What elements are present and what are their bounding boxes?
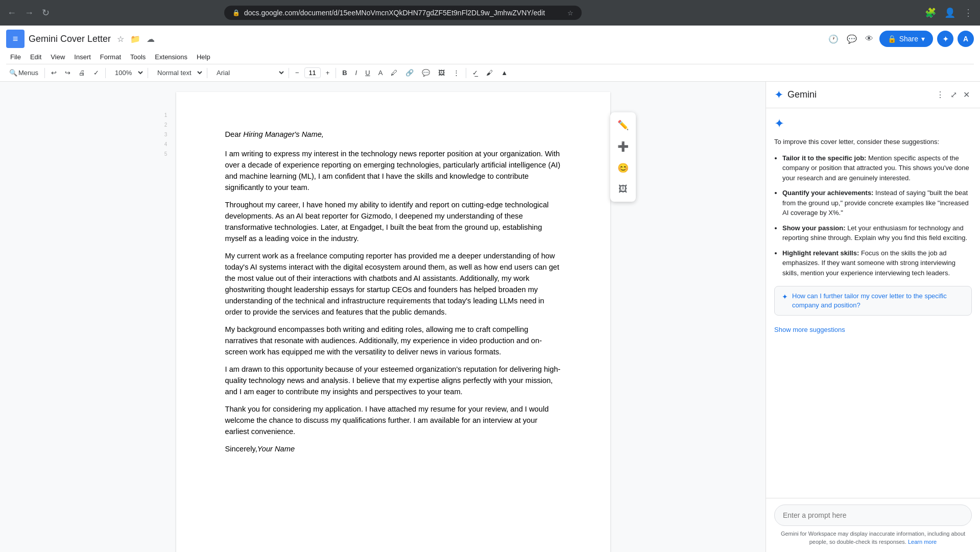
docs-title-icons: ☆ 📁 ☁ bbox=[115, 32, 157, 46]
floating-toolbar: ✏️ ➕ 😊 🖼 bbox=[610, 112, 636, 202]
docs-canvas-area: 1 2 3 4 5 6 7 1 2 3 4 5 bbox=[0, 82, 766, 552]
docs-header: ≡ Gemini Cover Letter ☆ 📁 ☁ 🕐 💬 👁 🔒 Shar… bbox=[0, 26, 980, 82]
docs-icon-text: ≡ bbox=[13, 34, 18, 44]
zoom-select[interactable]: 100% 75% 125% 150% bbox=[109, 66, 145, 79]
chip-star-icon: ✦ bbox=[782, 292, 788, 302]
view-mode-button[interactable]: 👁 bbox=[863, 32, 875, 45]
undo-button[interactable]: ↩ bbox=[48, 67, 60, 79]
chip-text: How can I further tailor my cover letter… bbox=[792, 292, 964, 310]
bold-button[interactable]: B bbox=[339, 67, 350, 79]
gemini-logo-icon: ✦ bbox=[774, 88, 783, 102]
spelling-button[interactable]: ✓ bbox=[90, 67, 102, 79]
float-add-button[interactable]: ➕ bbox=[614, 138, 632, 155]
folder-button[interactable]: 📁 bbox=[128, 32, 142, 46]
share-label: Share bbox=[899, 35, 918, 43]
docs-icon: ≡ bbox=[6, 30, 25, 48]
back-button[interactable]: ← bbox=[5, 6, 18, 20]
underline-button[interactable]: U bbox=[362, 67, 373, 79]
gemini-more-button[interactable]: ⋮ bbox=[934, 88, 946, 102]
gemini-title: Gemini bbox=[787, 89, 817, 100]
text-color-button[interactable]: A bbox=[375, 67, 386, 79]
share-button[interactable]: 🔒 Share ▾ bbox=[879, 31, 933, 47]
float-emoji-button[interactable]: 😊 bbox=[614, 159, 632, 177]
gemini-header-button[interactable]: ✦ bbox=[937, 31, 953, 47]
star-icon[interactable]: ☆ bbox=[567, 9, 573, 17]
link-button[interactable]: 🔗 bbox=[402, 67, 417, 79]
menu-view[interactable]: View bbox=[46, 51, 69, 63]
menu-edit[interactable]: Edit bbox=[26, 51, 45, 63]
float-edit-button[interactable]: ✏️ bbox=[614, 116, 632, 134]
show-more-label: Show more suggestions bbox=[774, 326, 845, 333]
show-more-button[interactable]: Show more suggestions bbox=[774, 322, 845, 338]
margin-number-3: 3 bbox=[164, 132, 168, 137]
doc-para-3: My current work as a freelance computing… bbox=[225, 250, 561, 318]
float-image-button[interactable]: 🖼 bbox=[614, 181, 632, 198]
page-left-bar: 1 2 3 4 5 bbox=[156, 92, 176, 552]
menus-label: Menus bbox=[18, 69, 38, 77]
suggestion-label-3: Show your passion: bbox=[782, 224, 846, 232]
redo-button[interactable]: ↪ bbox=[62, 67, 74, 79]
separator-2 bbox=[105, 68, 106, 78]
paint-format-button[interactable]: 🖌 bbox=[483, 67, 496, 79]
browser-actions: 🧩 👤 ⋮ bbox=[923, 5, 975, 20]
doc-content: Dear Hiring Manager's Name, I am writing… bbox=[225, 129, 561, 454]
gemini-footer: Gemini for Workspace may display inaccur… bbox=[766, 498, 980, 552]
profile-icon[interactable]: 👤 bbox=[942, 5, 958, 20]
highlight-button[interactable]: 🖊 bbox=[388, 67, 400, 79]
style-select[interactable]: Normal text Heading 1 Heading 2 bbox=[151, 66, 204, 79]
extensions-icon[interactable]: 🧩 bbox=[923, 5, 938, 20]
increase-font-button[interactable]: + bbox=[323, 67, 333, 79]
forward-button[interactable]: → bbox=[22, 6, 36, 20]
font-size-input[interactable] bbox=[304, 67, 321, 78]
lock-icon: 🔒 bbox=[232, 9, 240, 16]
lock-small-icon: 🔒 bbox=[888, 35, 896, 43]
margin-number: 1 bbox=[164, 112, 168, 118]
gemini-sidebar-header: ✦ Gemini ⋮ ⤢ ✕ bbox=[766, 82, 980, 108]
doc-closing-text: Sincerely, bbox=[225, 445, 257, 453]
print-button[interactable]: 🖨 bbox=[76, 67, 88, 79]
history-button[interactable]: 🕐 bbox=[826, 32, 841, 46]
gemini-close-button[interactable]: ✕ bbox=[961, 88, 972, 102]
dropdown-arrow-icon: ▾ bbox=[921, 35, 925, 43]
suggestion-item-1: Tailor it to the specific job: Mention s… bbox=[782, 153, 972, 183]
menu-format[interactable]: Format bbox=[96, 51, 125, 63]
menu-tools[interactable]: Tools bbox=[126, 51, 150, 63]
collapse-button[interactable]: ▲ bbox=[498, 67, 511, 79]
gemini-intro: To improve this cover letter, consider t… bbox=[774, 137, 972, 147]
docs-title: Gemini Cover Letter bbox=[29, 34, 111, 44]
suggestion-item-4: Highlight relevant skills: Focus on the … bbox=[782, 248, 972, 278]
learn-more-link[interactable]: Learn more bbox=[908, 539, 937, 545]
comment-button[interactable]: 💬 bbox=[419, 67, 433, 79]
gemini-expand-button[interactable]: ⤢ bbox=[948, 88, 959, 102]
doc-greeting-italic: Hiring Manager's Name, bbox=[243, 130, 324, 138]
prompt-input[interactable] bbox=[774, 505, 972, 526]
menu-icon[interactable]: ⋮ bbox=[962, 5, 975, 20]
doc-para-2: Throughout my career, I have honed my ab… bbox=[225, 199, 561, 244]
menus-button[interactable]: 🔍 Menus bbox=[6, 67, 41, 79]
italic-button[interactable]: I bbox=[352, 67, 361, 79]
url-input[interactable] bbox=[244, 9, 563, 17]
suggestion-label-4: Highlight relevant skills: bbox=[782, 249, 859, 257]
gemini-sidebar: ✦ Gemini ⋮ ⤢ ✕ ✦ To improve this cover l… bbox=[766, 82, 980, 552]
decrease-font-button[interactable]: − bbox=[292, 67, 302, 79]
suggestion-chip[interactable]: ✦ How can I further tailor my cover lett… bbox=[774, 286, 972, 316]
spelling-grammar-button[interactable]: ✓̲ bbox=[469, 67, 481, 79]
font-select[interactable]: Arial Times New Roman Courier New bbox=[210, 66, 285, 79]
comments-button[interactable]: 💬 bbox=[845, 32, 859, 46]
user-avatar[interactable]: A bbox=[958, 31, 974, 47]
reload-button[interactable]: ↻ bbox=[40, 5, 52, 20]
doc-para-4: My background encompasses both writing a… bbox=[225, 324, 561, 357]
docs-title-row: ≡ Gemini Cover Letter ☆ 📁 ☁ 🕐 💬 👁 🔒 Shar… bbox=[6, 30, 974, 50]
doc-signature: Your Name bbox=[257, 445, 295, 453]
suggestion-label-2: Quantify your achievements: bbox=[782, 189, 873, 197]
more-button[interactable]: ⋮ bbox=[450, 67, 463, 79]
separator-3 bbox=[148, 68, 148, 78]
header-right: 🕐 💬 👁 🔒 Share ▾ ✦ A bbox=[826, 31, 974, 47]
menu-insert[interactable]: Insert bbox=[70, 51, 95, 63]
image-button[interactable]: 🖼 bbox=[435, 67, 448, 79]
menu-file[interactable]: File bbox=[6, 51, 25, 63]
cloud-button[interactable]: ☁ bbox=[145, 32, 157, 46]
menu-help[interactable]: Help bbox=[193, 51, 214, 63]
star-button[interactable]: ☆ bbox=[115, 32, 126, 46]
menu-extensions[interactable]: Extensions bbox=[151, 51, 192, 63]
